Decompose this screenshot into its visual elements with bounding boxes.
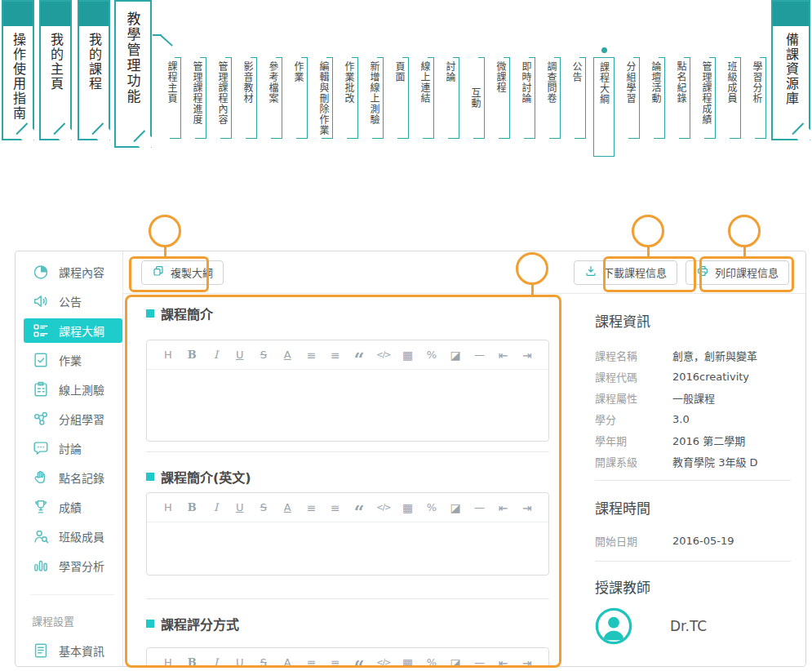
strikethrough-icon[interactable]: S — [257, 502, 270, 513]
table-icon[interactable]: ▦ — [402, 657, 415, 668]
info-row: 課程代碼 2016creativity — [595, 366, 789, 387]
link-icon[interactable]: % — [425, 502, 438, 513]
sidebar-item-attendance[interactable]: 點名記錄 — [24, 465, 122, 490]
underline-icon[interactable]: U — [233, 657, 246, 667]
italic-icon[interactable]: I — [210, 349, 223, 360]
sitemap-tab-label: 班級成員 — [725, 61, 739, 104]
horizontal-rule-icon[interactable]: — — [473, 349, 486, 360]
copy-outline-button[interactable]: 複製大綱 — [141, 260, 224, 285]
image-icon[interactable]: ◪ — [449, 502, 462, 513]
horizontal-rule-icon[interactable]: — — [473, 657, 486, 667]
code-icon[interactable]: </> — [376, 504, 390, 512]
unordered-list-icon[interactable]: ≡ — [329, 349, 342, 361]
banner-my-courses[interactable]: 我的課程 — [78, 0, 110, 140]
blockquote-icon[interactable]: “ — [353, 350, 366, 368]
ordered-list-icon[interactable]: ≡ — [305, 502, 318, 513]
grading-editor: HBIUSA≡≡“</>▦%◪—⇤⇥ — [146, 647, 549, 667]
bold-icon[interactable]: B — [185, 502, 198, 513]
image-icon[interactable]: ◪ — [449, 349, 462, 361]
banner-header-strip — [41, 2, 70, 26]
image-icon[interactable]: ◪ — [449, 657, 462, 668]
sitemap-tab-discussion[interactable]: 討論 — [441, 57, 459, 139]
font-color-icon[interactable]: A — [281, 502, 294, 513]
heading-icon[interactable]: H — [162, 657, 175, 667]
sitemap-tab-roll-call[interactable]: 點名紀錄 — [672, 57, 690, 139]
strikethrough-icon[interactable]: S — [257, 349, 270, 360]
sitemap-tab-forum-activity[interactable]: 論壇活動 — [647, 57, 665, 139]
sidebar-item-course-content[interactable]: 課程內容 — [24, 260, 122, 284]
horizontal-rule-icon[interactable]: — — [473, 502, 486, 513]
sitemap-tab-survey[interactable]: 調查問卷 — [543, 57, 561, 139]
strikethrough-icon[interactable]: S — [257, 657, 270, 667]
sitemap-tab-manage-course-content[interactable]: 管理課程內容 — [214, 57, 232, 139]
link-icon[interactable]: % — [425, 657, 438, 667]
ordered-list-icon[interactable]: ≡ — [305, 349, 318, 361]
sitemap-tab-new-online-test[interactable]: 新增線上測驗 — [366, 57, 384, 139]
sidebar-item-announcements[interactable]: 公告 — [24, 289, 122, 313]
sitemap-tab-video-materials[interactable]: 影音教材 — [239, 57, 257, 139]
sitemap-tab-homework[interactable]: 作業 — [290, 57, 308, 139]
sidebar-item-learning-analytics[interactable]: 學習分析 — [24, 553, 122, 578]
banner-user-guide[interactable]: 操作使用指南 — [2, 0, 34, 140]
course-intro-text-area[interactable] — [147, 370, 548, 441]
table-icon[interactable]: ▦ — [402, 502, 415, 513]
sidebar-item-basic-info[interactable]: 基本資訊 — [24, 638, 122, 663]
bold-icon[interactable]: B — [185, 657, 198, 667]
sitemap-tab-class-members[interactable]: 班級成員 — [723, 57, 741, 139]
indent-increase-icon[interactable]: ⇥ — [521, 502, 534, 513]
sitemap-tab-manage-course-progress[interactable]: 管理課程進度 — [189, 57, 206, 139]
ordered-list-icon[interactable]: ≡ — [305, 657, 318, 668]
code-icon[interactable]: </> — [376, 659, 390, 667]
sitemap-tab-edit-delete-homework[interactable]: 編輯與刪除作業 — [315, 57, 333, 139]
font-color-icon[interactable]: A — [281, 349, 294, 360]
sitemap-tab-course-home[interactable]: 課程主頁 — [163, 57, 181, 139]
unordered-list-icon[interactable]: ≡ — [329, 502, 342, 513]
sitemap-tab-reference-files[interactable]: 參考檔案 — [264, 57, 282, 139]
sitemap-tab-micro-course[interactable]: 微課程 — [492, 57, 510, 139]
blockquote-icon[interactable]: “ — [353, 658, 366, 668]
heading-icon[interactable]: H — [162, 502, 175, 513]
sitemap-tab-pages[interactable]: 頁面 — [391, 57, 409, 139]
table-icon[interactable]: ▦ — [402, 349, 415, 361]
sitemap-tab-instant-discussion[interactable]: 即時討論 — [517, 57, 535, 139]
sitemap-tab-announcement[interactable]: 公告 — [568, 57, 586, 139]
section-divider — [146, 451, 549, 452]
sidebar-item-group-learning[interactable]: 分組學習 — [24, 407, 122, 431]
sitemap-tab-course-outline[interactable]: 課程大綱 — [593, 57, 615, 157]
indent-decrease-icon[interactable]: ⇤ — [497, 657, 510, 668]
underline-icon[interactable]: U — [233, 349, 246, 360]
sidebar-item-grades[interactable]: 成績 — [24, 495, 122, 519]
unordered-list-icon[interactable]: ≡ — [329, 657, 342, 668]
print-course-info-button[interactable]: 列印課程信息 — [686, 260, 789, 285]
sitemap-tab-homework-grading[interactable]: 作業批改 — [340, 57, 358, 139]
blockquote-icon[interactable]: “ — [353, 503, 366, 521]
link-icon[interactable]: % — [425, 349, 438, 360]
code-icon[interactable]: </> — [376, 351, 390, 359]
sidebar-item-course-outline[interactable]: 課程大綱 — [24, 318, 122, 343]
banner-teaching-management[interactable]: 教學管理功能 — [114, 0, 152, 148]
sitemap-tab-interaction[interactable]: 互動 — [467, 57, 485, 139]
download-course-info-button[interactable]: 下載課程信息 — [574, 260, 677, 285]
italic-icon[interactable]: I — [210, 502, 223, 513]
indent-decrease-icon[interactable]: ⇤ — [497, 349, 510, 361]
sidebar-item-online-test[interactable]: 線上測驗 — [24, 377, 122, 402]
bold-icon[interactable]: B — [185, 349, 198, 360]
indent-increase-icon[interactable]: ⇥ — [521, 349, 534, 361]
sitemap-tab-online-links[interactable]: 線上連結 — [416, 57, 434, 139]
banner-my-home[interactable]: 我的主頁 — [39, 0, 72, 140]
sidebar-item-discussion[interactable]: 討論 — [24, 436, 122, 460]
indent-increase-icon[interactable]: ⇥ — [521, 657, 534, 668]
italic-icon[interactable]: I — [210, 657, 223, 667]
course-intro-en-text-area[interactable] — [147, 522, 548, 575]
underline-icon[interactable]: U — [233, 502, 246, 513]
sidebar-item-assignments[interactable]: 作業 — [24, 348, 122, 372]
banner-resource-library[interactable]: 備課資源庫 — [771, 0, 810, 140]
font-color-icon[interactable]: A — [281, 657, 294, 667]
sitemap-tab-learning-analytics[interactable]: 學習分析 — [748, 57, 766, 139]
heading-icon[interactable]: H — [162, 349, 175, 360]
sitemap-tab-manage-course-grades[interactable]: 管理課程成績 — [698, 57, 716, 139]
sidebar-item-class-members[interactable]: 班級成員 — [24, 524, 122, 549]
sitemap-tab-label: 互動 — [468, 87, 482, 109]
sitemap-tab-group-learning[interactable]: 分組學習 — [622, 57, 640, 139]
indent-decrease-icon[interactable]: ⇤ — [497, 502, 510, 513]
